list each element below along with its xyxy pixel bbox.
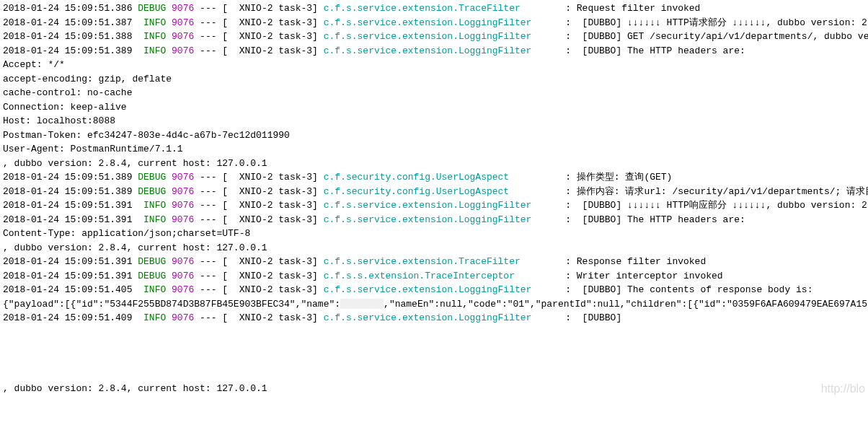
log-text: , dubbo version: 2.8.4, current host: 12…	[3, 241, 865, 255]
log-line: 2018-01-24 15:09:51.409 INFO 9076 --- [ …	[3, 311, 865, 325]
log-line: 2018-01-24 15:09:51.391 INFO 9076 --- [ …	[3, 198, 865, 213]
log-text: Content-Type: application/json;charset=U…	[3, 227, 865, 241]
log-text: Postman-Token: efc34247-803e-4d4c-a67b-7…	[3, 128, 865, 143]
log-line: 2018-01-24 15:09:51.388 INFO 9076 --- [ …	[3, 30, 865, 44]
log-text: User-Agent: PostmanRuntime/7.1.1	[3, 142, 865, 157]
log-line: 2018-01-24 15:09:51.389 INFO 9076 --- [ …	[3, 44, 865, 58]
log-line: 2018-01-24 15:09:51.391 INFO 9076 --- [ …	[3, 213, 865, 227]
log-text: , dubbo version: 2.8.4, current host: 12…	[3, 382, 865, 396]
log-line: 2018-01-24 15:09:51.389 DEBUG 9076 --- […	[3, 170, 865, 185]
log-line: 2018-01-24 15:09:51.386 DEBUG 9076 --- […	[3, 1, 865, 16]
log-viewer: 2018-01-24 15:09:51.386 DEBUG 9076 --- […	[3, 1, 865, 395]
log-text: Connection: keep-alive	[3, 100, 865, 115]
log-text: accept-encoding: gzip, deflate	[3, 72, 865, 87]
redacted-name	[340, 299, 384, 309]
log-text: Accept: */*	[3, 58, 865, 72]
log-line: 2018-01-24 15:09:51.387 INFO 9076 --- [ …	[3, 16, 865, 30]
payload-line: {"payload":[{"id":"5344F255BD874D3B87FB4…	[3, 297, 865, 312]
log-text: cache-control: no-cache	[3, 86, 865, 100]
log-line: 2018-01-24 15:09:51.389 DEBUG 9076 --- […	[3, 185, 865, 199]
log-line: 2018-01-24 15:09:51.391 DEBUG 9076 --- […	[3, 269, 865, 284]
log-text: Host: localhost:8088	[3, 114, 865, 128]
log-line: 2018-01-24 15:09:51.391 DEBUG 9076 --- […	[3, 255, 865, 269]
log-text: , dubbo version: 2.8.4, current host: 12…	[3, 157, 865, 171]
log-line: 2018-01-24 15:09:51.405 INFO 9076 --- [ …	[3, 283, 865, 297]
watermark: http://blo	[821, 382, 865, 396]
